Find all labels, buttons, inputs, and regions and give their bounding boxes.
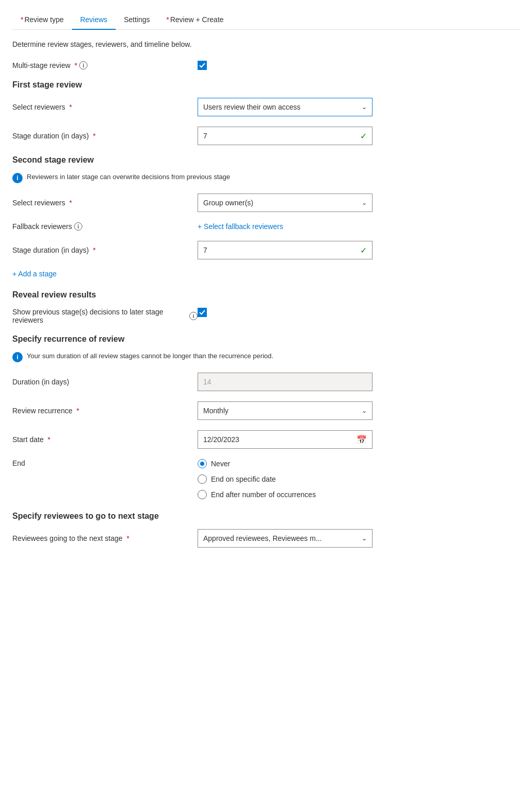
- first-stage-select-reviewers-label: Select reviewers *: [12, 103, 198, 111]
- second-stage-reviewers-chevron-icon: ⌄: [362, 199, 367, 206]
- page-description: Determine review stages, reviewers, and …: [12, 40, 520, 48]
- second-stage-select-reviewers-label: Select reviewers *: [12, 199, 198, 207]
- reviewees-next-stage-dropdown[interactable]: Approved reviewees, Reviewees m... ⌄: [198, 529, 373, 548]
- second-stage-select-reviewers-wrap: Group owner(s) ⌄: [198, 194, 373, 212]
- end-never-radio-inner: [200, 462, 204, 466]
- end-after-occurrences-label: End after number of occurrences: [211, 490, 316, 499]
- end-never-radio[interactable]: [198, 459, 207, 468]
- first-stage-header: First stage review: [12, 80, 520, 90]
- duration-wrap: 14: [198, 373, 373, 391]
- start-date-label: Start date *: [12, 435, 198, 444]
- first-stage-reviewers-dropdown[interactable]: Users review their own access ⌄: [198, 98, 373, 116]
- second-stage-duration-wrap: 7 ✓: [198, 241, 373, 259]
- second-stage-select-reviewers-row: Select reviewers * Group owner(s) ⌄: [12, 194, 520, 212]
- show-decisions-info-icon: i: [189, 312, 198, 320]
- multi-stage-label: Multi-stage review * i: [12, 61, 198, 69]
- second-stage-fallback-row: Fallback reviewers i + Select fallback r…: [12, 222, 520, 231]
- start-date-wrap: 12/20/2023 📅: [198, 430, 373, 449]
- end-after-occurrences-option[interactable]: End after number of occurrences: [198, 490, 373, 499]
- calendar-icon: 📅: [357, 435, 367, 445]
- tab-reviews[interactable]: Reviews: [72, 10, 116, 30]
- start-date-row: Start date * 12/20/2023 📅: [12, 430, 520, 449]
- end-label: End: [12, 459, 198, 467]
- reviewees-next-stage-wrap: Approved reviewees, Reviewees m... ⌄: [198, 529, 373, 548]
- multi-stage-checkbox[interactable]: [198, 61, 373, 70]
- multi-stage-row: Multi-stage review * i: [12, 61, 520, 70]
- end-specific-date-option[interactable]: End on specific date: [198, 475, 373, 484]
- tab-review-create[interactable]: *Review + Create: [158, 10, 232, 30]
- reveal-results-header: Reveal review results: [12, 290, 520, 300]
- second-stage-header: Second stage review: [12, 155, 520, 165]
- select-fallback-reviewers-link[interactable]: + Select fallback reviewers: [198, 222, 373, 231]
- end-specific-date-radio[interactable]: [198, 475, 207, 484]
- first-stage-duration-row: Stage duration (in days) * 7 ✓: [12, 127, 520, 145]
- review-recurrence-row: Review recurrence * Monthly ⌄: [12, 401, 520, 420]
- first-stage-select-reviewers-wrap: Users review their own access ⌄: [198, 98, 373, 116]
- second-stage-duration-label: Stage duration (in days) *: [12, 246, 198, 254]
- multi-stage-info-icon: i: [79, 61, 87, 69]
- end-specific-date-label: End on specific date: [211, 475, 276, 483]
- duration-label: Duration (in days): [12, 378, 198, 386]
- recurrence-info-icon: i: [12, 352, 23, 362]
- recurrence-info-banner: i Your sum duration of all review stages…: [12, 352, 520, 362]
- review-recurrence-wrap: Monthly ⌄: [198, 401, 373, 420]
- first-stage-reviewers-chevron-icon: ⌄: [362, 103, 367, 111]
- end-row: End Never End on specific date End after…: [12, 459, 520, 499]
- review-recurrence-chevron-icon: ⌄: [362, 407, 367, 414]
- end-never-option[interactable]: Never: [198, 459, 373, 468]
- add-stage-button[interactable]: + Add a stage: [12, 270, 520, 278]
- fallback-info-icon: i: [74, 222, 82, 231]
- second-stage-duration-check-icon: ✓: [360, 245, 367, 255]
- first-stage-duration-label: Stage duration (in days) *: [12, 132, 198, 140]
- end-never-label: Never: [211, 460, 230, 468]
- reviewees-next-stage-row: Reviewees going to the next stage * Appr…: [12, 529, 520, 548]
- end-radio-group: Never End on specific date End after num…: [198, 459, 373, 499]
- nav-tabs: *Review type Reviews Settings *Review + …: [12, 10, 520, 30]
- end-after-occurrences-radio[interactable]: [198, 490, 207, 499]
- first-stage-duration-check-icon: ✓: [360, 131, 367, 141]
- reviewees-next-stage-label: Reviewees going to the next stage *: [12, 534, 198, 542]
- show-decisions-label: Show previous stage(s) decisions to late…: [12, 308, 198, 324]
- second-stage-fallback-wrap: + Select fallback reviewers: [198, 222, 373, 231]
- end-options-wrap: Never End on specific date End after num…: [198, 459, 373, 499]
- reviewees-header: Specify reviewees to go to next stage: [12, 512, 520, 521]
- second-stage-info-banner: i Reviewers in later stage can overwrite…: [12, 173, 520, 183]
- reviewees-next-stage-chevron-icon: ⌄: [362, 535, 367, 542]
- review-recurrence-label: Review recurrence *: [12, 407, 198, 415]
- tab-review-type[interactable]: *Review type: [12, 10, 72, 30]
- review-recurrence-dropdown[interactable]: Monthly ⌄: [198, 401, 373, 420]
- tab-settings[interactable]: Settings: [116, 10, 158, 30]
- second-stage-info-icon: i: [12, 173, 23, 183]
- second-stage-reviewers-dropdown[interactable]: Group owner(s) ⌄: [198, 194, 373, 212]
- show-decisions-checkbox[interactable]: [198, 308, 373, 317]
- first-stage-duration-input[interactable]: 7 ✓: [198, 127, 373, 145]
- duration-row: Duration (in days) 14: [12, 373, 520, 391]
- second-stage-duration-input[interactable]: 7 ✓: [198, 241, 373, 259]
- first-stage-duration-wrap: 7 ✓: [198, 127, 373, 145]
- show-decisions-row: Show previous stage(s) decisions to late…: [12, 308, 520, 324]
- second-stage-duration-row: Stage duration (in days) * 7 ✓: [12, 241, 520, 259]
- second-stage-fallback-label: Fallback reviewers i: [12, 222, 198, 231]
- duration-input[interactable]: 14: [198, 373, 373, 391]
- recurrence-header: Specify recurrence of review: [12, 335, 520, 344]
- start-date-input[interactable]: 12/20/2023 📅: [198, 430, 373, 449]
- first-stage-select-reviewers-row: Select reviewers * Users review their ow…: [12, 98, 520, 116]
